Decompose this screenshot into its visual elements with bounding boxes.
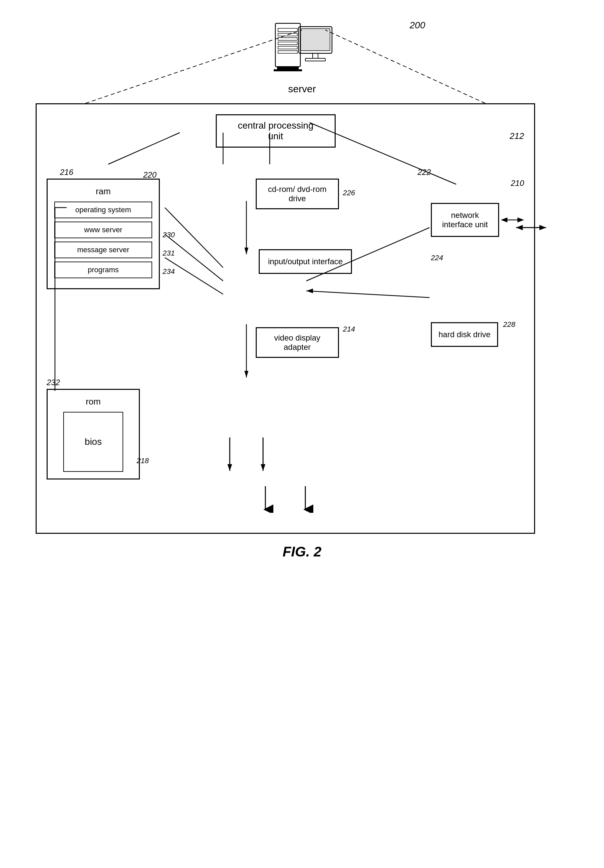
ram-item-prog: programs <box>54 262 152 278</box>
video-ref-214: 214 <box>343 325 355 333</box>
niu-box: network interface unit <box>431 203 499 237</box>
server-icon <box>269 20 335 83</box>
cpu-box: central processing unit <box>216 114 336 147</box>
svg-rect-9 <box>277 67 299 69</box>
ram-ref-220: 220 <box>143 170 156 180</box>
fig-label: FIG. 2 <box>36 544 568 560</box>
cdrom-label: cd-rom/ dvd-rom drive <box>268 184 327 203</box>
cdrom-box: cd-rom/ dvd-rom drive <box>256 178 339 209</box>
ram-item-os: operating system <box>54 202 152 218</box>
niu-ref-224: 224 <box>431 254 524 262</box>
svg-line-1 <box>325 30 485 103</box>
io-label: input/output interface <box>268 257 343 266</box>
io-ref-234: 234 <box>162 267 175 276</box>
main-box: central processing unit 212 216 222 ram … <box>36 103 535 534</box>
svg-marker-31 <box>244 371 249 378</box>
bios-box: bios <box>63 412 123 472</box>
svg-rect-4 <box>278 33 297 36</box>
bios-ref-218: 218 <box>136 456 149 465</box>
main-row: ram operating system www server message … <box>46 178 524 358</box>
video-box: video display adapter <box>256 327 339 358</box>
svg-rect-10 <box>274 69 302 71</box>
svg-rect-6 <box>278 42 297 45</box>
rom-outer-box: rom bios 218 <box>46 389 140 479</box>
cdrom-ref-226: 226 <box>343 189 355 197</box>
cpu-ref-num: 212 <box>510 131 524 141</box>
niu-label: network interface unit <box>442 211 488 229</box>
ram-item-www: www server <box>54 222 152 238</box>
middle-col: cd-rom/ dvd-rom drive 226 input/output i… <box>190 178 421 358</box>
cpu-label: central processing unit <box>238 120 313 141</box>
ram-ref-216: 216 <box>60 167 73 177</box>
ram-outer-box: ram operating system www server message … <box>46 178 160 289</box>
server-section: 200 <box>36 10 568 116</box>
bios-label: bios <box>85 437 102 447</box>
svg-rect-13 <box>313 53 318 58</box>
svg-marker-29 <box>539 225 546 230</box>
right-col: 210 network interface unit <box>431 178 524 347</box>
diagram-container: 200 <box>36 10 568 560</box>
niu-ref-210: 210 <box>431 178 524 188</box>
io-ref-230: 230 <box>162 231 175 239</box>
io-box: input/output interface <box>259 249 352 274</box>
io-ref-231: 231 <box>162 249 175 257</box>
hdd-label: hard disk drive <box>439 330 490 339</box>
down-arrow-left <box>255 486 275 513</box>
bottom-section: 232 rom bios 218 <box>46 378 524 479</box>
svg-rect-7 <box>278 46 297 49</box>
ram-label: ram <box>54 186 152 197</box>
svg-rect-5 <box>278 38 297 40</box>
server-ref-num: 200 <box>409 20 425 31</box>
hdd-box: hard disk drive <box>431 322 498 347</box>
svg-rect-8 <box>278 51 297 53</box>
svg-rect-12 <box>301 29 330 51</box>
server-label: server <box>288 83 316 95</box>
ram-item-msg: message server <box>54 242 152 258</box>
video-label: video display adapter <box>274 333 320 352</box>
svg-rect-2 <box>275 23 300 67</box>
rom-ref-232: 232 <box>46 378 140 387</box>
rom-label: rom <box>54 397 132 407</box>
cdrom-ref-222: 222 <box>417 167 431 177</box>
svg-rect-3 <box>278 28 297 32</box>
niu-arrow-svg <box>501 215 524 225</box>
hdd-ref-228: 228 <box>503 320 516 329</box>
svg-rect-14 <box>305 58 325 61</box>
down-arrow-right <box>295 486 315 513</box>
